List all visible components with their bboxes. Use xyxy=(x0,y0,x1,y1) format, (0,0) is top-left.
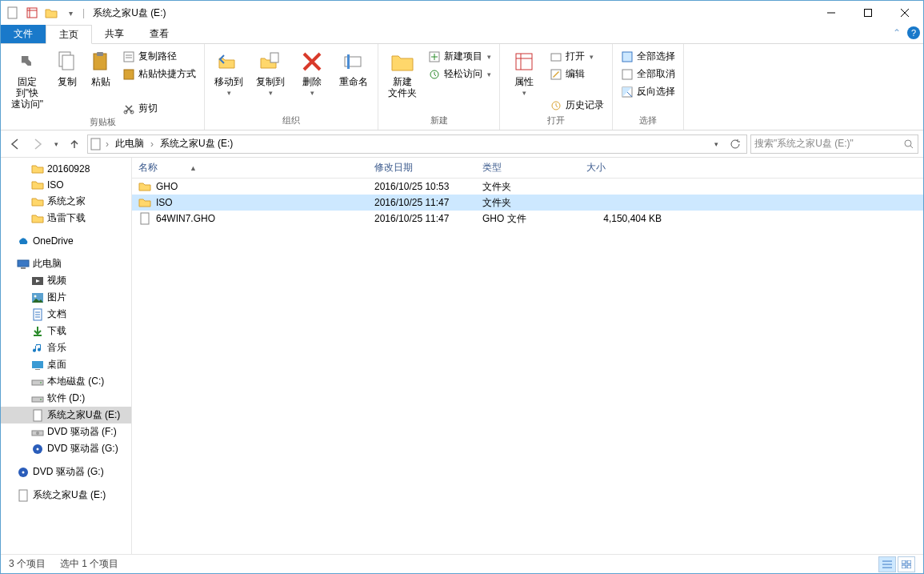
selectall-button[interactable]: 全部选择 xyxy=(618,49,678,64)
file-row[interactable]: GHO2016/10/25 10:53文件夹 xyxy=(132,179,923,195)
tree-node[interactable]: 本地磁盘 (C:) xyxy=(1,373,131,390)
status-bar: 3 个项目 选中 1 个项目 xyxy=(1,554,923,573)
forward-button[interactable] xyxy=(28,134,47,154)
file-date: 2016/10/25 11:47 xyxy=(368,197,476,208)
svg-point-41 xyxy=(37,448,39,450)
breadcrumb-thispc[interactable]: 此电脑 xyxy=(112,137,147,151)
tree-node[interactable]: 此电脑 xyxy=(1,255,131,272)
file-list[interactable]: 名称▲ 修改日期 类型 大小 GHO2016/10/25 10:53文件夹ISO… xyxy=(132,158,923,554)
up-button[interactable] xyxy=(65,134,84,154)
tab-view[interactable]: 查看 xyxy=(137,25,182,43)
tree-node[interactable]: 软件 (D:) xyxy=(1,390,131,407)
svg-rect-37 xyxy=(34,410,42,421)
tree-node[interactable]: 下载 xyxy=(1,323,131,339)
tree-label: ISO xyxy=(47,179,64,191)
easyaccess-button[interactable]: 轻松访问▾ xyxy=(425,66,494,82)
tree-node[interactable]: 音乐 xyxy=(1,339,131,356)
copy-button[interactable]: 复制 xyxy=(52,47,82,89)
edit-button[interactable]: 编辑 xyxy=(546,66,607,82)
help-icon[interactable]: ? xyxy=(907,26,920,39)
close-button[interactable] xyxy=(886,1,923,25)
svg-rect-31 xyxy=(32,361,43,368)
col-name[interactable]: 名称▲ xyxy=(132,158,368,178)
selectnone-button[interactable]: 全部取消 xyxy=(618,66,678,82)
col-date[interactable]: 修改日期 xyxy=(368,158,476,178)
tree-node[interactable]: 视频 xyxy=(1,272,131,289)
column-headers[interactable]: 名称▲ 修改日期 类型 大小 xyxy=(132,158,923,179)
qat-new-icon[interactable] xyxy=(4,4,22,22)
open-button[interactable]: 打开▾ xyxy=(546,49,607,64)
svg-point-43 xyxy=(22,471,25,473)
delete-button[interactable]: 删除▾ xyxy=(293,47,331,98)
tree-node[interactable]: DVD 驱动器 (F:) xyxy=(1,423,131,440)
tab-share[interactable]: 共享 xyxy=(92,25,137,43)
chevron-right-icon[interactable]: › xyxy=(104,138,110,150)
properties-button[interactable]: 属性▾ xyxy=(505,47,543,98)
tree-label: DVD 驱动器 (G:) xyxy=(47,442,118,456)
onedrive-icon xyxy=(17,235,30,247)
maximize-button[interactable] xyxy=(850,1,886,25)
invert-button[interactable]: 反向选择 xyxy=(618,84,678,99)
tree-node[interactable]: 文档 xyxy=(1,306,131,323)
col-type[interactable]: 类型 xyxy=(476,158,580,178)
tab-home[interactable]: 主页 xyxy=(46,25,92,44)
svg-point-34 xyxy=(40,382,42,383)
tree-node[interactable]: 20160928 xyxy=(1,161,131,177)
qat-folder-icon[interactable] xyxy=(42,4,60,22)
copyto-button[interactable]: 复制到▾ xyxy=(251,47,290,98)
qat-props-icon[interactable] xyxy=(23,4,41,22)
group-select-label: 选择 xyxy=(618,114,678,128)
tree-node[interactable]: 图片 xyxy=(1,289,131,306)
file-icon xyxy=(17,489,30,502)
tree-node[interactable]: ISO xyxy=(1,177,131,193)
refresh-icon[interactable] xyxy=(726,134,745,154)
tree-node[interactable]: 系统之家U盘 (E:) xyxy=(1,487,131,504)
history-button[interactable]: 历史记录 xyxy=(546,98,607,113)
svg-rect-17 xyxy=(551,54,561,61)
pin-quickaccess-button[interactable]: 固定到"快 速访问" xyxy=(6,47,49,111)
newitem-button[interactable]: 新建项目▾ xyxy=(425,49,494,64)
tree-node[interactable]: 迅雷下载 xyxy=(1,210,131,227)
paste-button[interactable]: 粘贴 xyxy=(86,47,116,89)
tree-label: OneDrive xyxy=(33,235,74,247)
cut-button[interactable]: 剪切 xyxy=(119,101,199,116)
drive-icon xyxy=(31,392,44,405)
svg-rect-47 xyxy=(907,560,911,564)
tree-node[interactable]: 系统之家 xyxy=(1,193,131,210)
address-bar[interactable]: › 此电脑 › 系统之家U盘 (E:) ▾ xyxy=(87,134,747,154)
group-open-label: 打开 xyxy=(505,114,607,128)
view-icons-button[interactable] xyxy=(898,556,915,572)
breadcrumb-drive[interactable]: 系统之家U盘 (E:) xyxy=(157,137,236,151)
copypath-button[interactable]: 复制路径 xyxy=(119,49,199,64)
collapse-ribbon-icon[interactable]: ⌃ xyxy=(893,27,901,38)
view-details-button[interactable] xyxy=(878,556,896,572)
tree-label: 文档 xyxy=(47,307,66,321)
back-button[interactable] xyxy=(6,134,25,154)
pasteshortcut-button[interactable]: 粘贴快捷方式 xyxy=(119,66,199,82)
chevron-right-icon[interactable]: › xyxy=(149,138,155,150)
qat-dropdown-icon[interactable]: ▾ xyxy=(62,4,79,22)
svg-rect-1 xyxy=(27,8,37,18)
address-dropdown-icon[interactable]: ▾ xyxy=(706,134,726,154)
file-row[interactable]: 64WIN7.GHO2016/10/25 11:47GHO 文件4,150,40… xyxy=(132,211,923,227)
search-input[interactable]: 搜索"系统之家U盘 (E:)" xyxy=(750,134,918,154)
recent-dropdown[interactable]: ▾ xyxy=(50,134,62,154)
tree-node[interactable]: 桌面 xyxy=(1,356,131,373)
folder-icon xyxy=(31,179,44,191)
col-size[interactable]: 大小 xyxy=(580,158,668,178)
tree-node[interactable]: OneDrive xyxy=(1,233,131,249)
minimize-button[interactable] xyxy=(813,1,850,25)
tree-node[interactable]: 系统之家U盘 (E:) xyxy=(1,407,131,423)
tree-node[interactable]: DVD 驱动器 (G:) xyxy=(1,464,131,480)
tree-node[interactable]: DVD 驱动器 (G:) xyxy=(1,440,131,457)
tab-file[interactable]: 文件 xyxy=(1,25,46,43)
svg-rect-0 xyxy=(8,7,17,18)
newfolder-button[interactable]: 新建 文件夹 xyxy=(383,47,422,100)
svg-rect-4 xyxy=(62,55,74,70)
moveto-button[interactable]: 移动到▾ xyxy=(210,47,248,98)
rename-button[interactable]: 重命名 xyxy=(334,47,373,89)
navigation-tree[interactable]: 20160928ISO系统之家迅雷下载OneDrive此电脑视频图片文档下载音乐… xyxy=(1,158,132,554)
file-row[interactable]: ISO2016/10/25 11:47文件夹 xyxy=(132,195,923,211)
svg-rect-32 xyxy=(35,369,40,370)
svg-point-36 xyxy=(40,399,42,400)
